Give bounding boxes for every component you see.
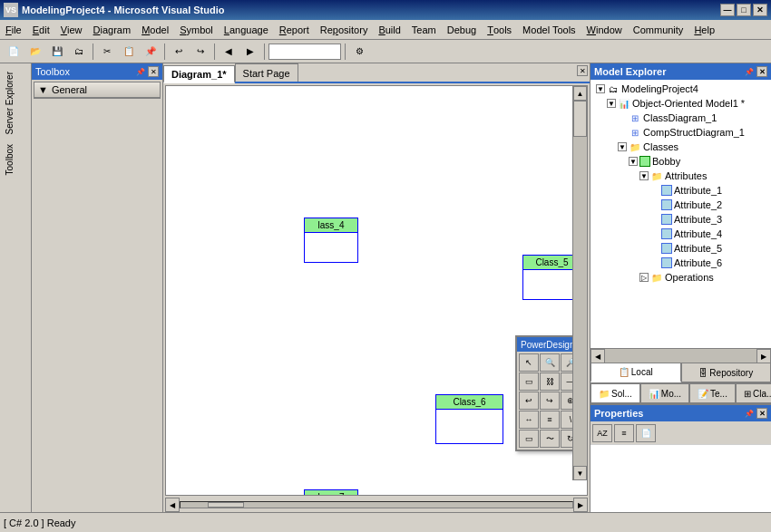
diagram-canvas[interactable]: lass_4 Class_5 Class_6 lass_7 Class_8 xyxy=(165,85,588,496)
scroll-right-arrow[interactable]: ▶ xyxy=(573,498,588,512)
tree-compdiagram[interactable]: ▷ ⊞ CompStructDiagram_1 xyxy=(592,125,769,140)
toolbar-back[interactable]: ◀ xyxy=(219,42,239,62)
tab-repository[interactable]: 🗄 Repository xyxy=(681,363,772,382)
scroll-up-arrow[interactable]: ▲ xyxy=(573,86,587,101)
menu-language[interactable]: Language xyxy=(219,20,274,40)
scroll-thumb-v[interactable] xyxy=(573,101,587,137)
server-explorer-tab[interactable]: Server Explorer xyxy=(2,67,17,139)
exp-scroll-right[interactable]: ▶ xyxy=(756,349,771,363)
bottom-tab-mo[interactable]: 📊 Mo... xyxy=(640,383,689,403)
menu-build[interactable]: Build xyxy=(373,20,405,40)
toolbox-pin-btn[interactable]: 📌 xyxy=(135,66,146,77)
tree-attributes[interactable]: ▼ 📁 Attributes xyxy=(592,169,769,183)
toolbar-copy[interactable]: 📋 xyxy=(119,42,139,62)
tab-diagram[interactable]: Diagram_1* xyxy=(163,65,235,83)
menu-modeltools[interactable]: Model Tools xyxy=(517,20,581,40)
uml-class-6[interactable]: Class_6 xyxy=(435,394,503,444)
toolbar-save[interactable]: 💾 xyxy=(47,42,67,62)
toolbar-new[interactable]: 📄 xyxy=(4,42,24,62)
tab-local[interactable]: 📋 Local xyxy=(590,363,681,382)
palette-q1[interactable]: ↔ xyxy=(519,411,539,429)
close-button[interactable]: ✕ xyxy=(753,4,767,16)
bottom-tab-te[interactable]: 📝 Te... xyxy=(689,383,736,403)
menu-report[interactable]: Report xyxy=(274,20,315,40)
tree-attr3[interactable]: ▷ Attribute_3 xyxy=(592,212,769,227)
toolbar-paste[interactable]: 📌 xyxy=(141,42,161,62)
properties-close-btn[interactable]: ✕ xyxy=(756,408,767,419)
menu-model[interactable]: Model xyxy=(136,20,174,40)
prop-az-btn[interactable]: AZ xyxy=(592,424,612,442)
explorer-close-btn[interactable]: ✕ xyxy=(756,66,767,77)
toolbar-open[interactable]: 📂 xyxy=(25,42,45,62)
uml-class-4[interactable]: lass_4 xyxy=(304,218,358,263)
menu-window[interactable]: Window xyxy=(581,20,628,40)
menu-repository[interactable]: Repository xyxy=(315,20,374,40)
palette-link[interactable]: ⛓ xyxy=(540,372,560,391)
tree-classdiagram[interactable]: ▷ ⊞ ClassDiagram_1 xyxy=(592,111,769,125)
uml-class-7[interactable]: lass_7 xyxy=(304,489,358,496)
tree-attr1[interactable]: ▷ Attribute_1 xyxy=(592,183,769,198)
tree-expand-classes[interactable]: ▼ xyxy=(618,142,627,151)
menu-debug[interactable]: Debug xyxy=(442,20,482,40)
palette-r2[interactable]: 〜 xyxy=(540,430,560,448)
scroll-down-arrow[interactable]: ▼ xyxy=(573,466,587,480)
menu-team[interactable]: Team xyxy=(406,20,442,40)
exp-scroll-left[interactable]: ◀ xyxy=(590,349,605,363)
tree-model[interactable]: ▼ 📊 Object-Oriented Model1 * xyxy=(592,96,769,111)
tree-attr4[interactable]: ▷ Attribute_4 xyxy=(592,227,769,241)
tree-attr2[interactable]: ▷ Attribute_2 xyxy=(592,198,769,212)
scroll-left-arrow[interactable]: ◀ xyxy=(165,498,180,512)
menu-help[interactable]: Help xyxy=(688,20,720,40)
toolbar-search[interactable] xyxy=(268,44,341,60)
scroll-thumb-h[interactable] xyxy=(208,502,244,508)
bottom-tab-sol[interactable]: 📁 Sol... xyxy=(590,383,640,403)
diagram-panel-close[interactable]: ✕ xyxy=(577,65,588,76)
toolbar-undo[interactable]: ↩ xyxy=(169,42,189,62)
palette-q2[interactable]: ≡ xyxy=(540,411,560,429)
explorer-pin-btn[interactable]: 📌 xyxy=(744,66,755,77)
menu-view[interactable]: View xyxy=(55,20,88,40)
palette-select[interactable]: ▭ xyxy=(519,372,539,391)
toolbar-redo[interactable]: ↪ xyxy=(190,42,210,62)
explorer-hscroll[interactable]: ◀ ▶ xyxy=(590,348,771,363)
tab-startpage[interactable]: Start Page xyxy=(235,63,298,82)
toolbox-general-header[interactable]: ▼ General xyxy=(34,82,160,98)
maximize-button[interactable]: □ xyxy=(737,4,751,16)
tree-attr6[interactable]: ▷ Attribute_6 xyxy=(592,256,769,270)
toolbox-close-btn[interactable]: ✕ xyxy=(148,66,159,77)
toolbox-side-tab[interactable]: Toolbox xyxy=(2,140,17,179)
tree-project[interactable]: ▼ 🗂 ModelingProject4 xyxy=(592,82,769,96)
palette-p2[interactable]: ↪ xyxy=(540,392,560,410)
menu-community[interactable]: Community xyxy=(628,20,689,40)
palette-p1[interactable]: ↩ xyxy=(519,392,539,410)
scroll-track-v[interactable] xyxy=(573,101,587,466)
toolbar-saveall[interactable]: 🗂 xyxy=(69,42,89,62)
palette-r1[interactable]: ▭ xyxy=(519,430,539,448)
scrollbar-h[interactable]: ◀ ▶ xyxy=(163,498,590,512)
toolbar-cut[interactable]: ✂ xyxy=(97,42,117,62)
exp-scroll-track[interactable] xyxy=(605,349,756,363)
toolbar-forward[interactable]: ▶ xyxy=(240,42,260,62)
tree-expand-model[interactable]: ▼ xyxy=(607,99,616,108)
tree-expand-ops[interactable]: ▷ xyxy=(639,273,649,282)
tree-attr5[interactable]: ▷ Attribute_5 xyxy=(592,241,769,256)
tree-expand-attrs[interactable]: ▼ xyxy=(639,171,649,180)
prop-pg-btn[interactable]: 📄 xyxy=(636,424,656,442)
menu-symbol[interactable]: Symbol xyxy=(174,20,219,40)
tree-classes[interactable]: ▼ 📁 Classes xyxy=(592,140,769,154)
tree-expand-project[interactable]: ▼ xyxy=(596,84,605,93)
tree-bobby[interactable]: ▼ Bobby xyxy=(592,154,769,169)
scrollbar-v[interactable]: ▲ ▼ xyxy=(572,86,587,480)
palette-zoom-in[interactable]: 🔍 xyxy=(540,353,560,372)
minimize-button[interactable]: — xyxy=(720,4,735,16)
menu-edit[interactable]: Edit xyxy=(27,20,55,40)
toolbar-icon1[interactable]: ⚙ xyxy=(349,42,369,62)
scroll-track-h[interactable] xyxy=(180,501,573,508)
properties-pin-btn[interactable]: 📌 xyxy=(744,408,755,419)
menu-file[interactable]: File xyxy=(0,20,27,40)
prop-cat-btn[interactable]: ≡ xyxy=(614,424,634,442)
palette-pointer[interactable]: ↖ xyxy=(519,353,539,372)
bottom-tab-cla[interactable]: ⊞ Cla... xyxy=(736,383,771,403)
menu-tools[interactable]: Tools xyxy=(482,20,517,40)
tree-expand-bobby[interactable]: ▼ xyxy=(629,157,638,166)
